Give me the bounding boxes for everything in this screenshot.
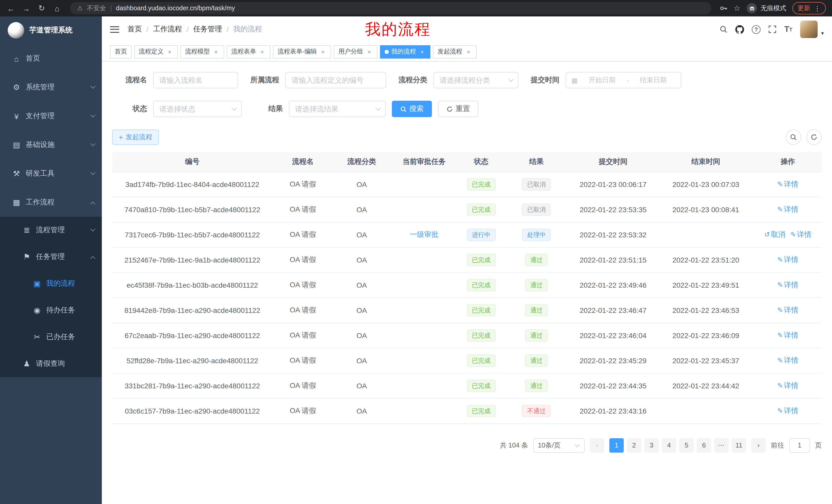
sidebar-item-process-management[interactable]: ≣流程管理 bbox=[0, 217, 102, 244]
create-process-button[interactable]: + 发起流程 bbox=[112, 130, 159, 145]
cell-id: 331bc281-7b9a-11ec-a290-acde48001122 bbox=[112, 373, 272, 398]
search-toggle-button[interactable] bbox=[786, 130, 801, 145]
pager-prev-button[interactable]: ‹ bbox=[590, 438, 604, 452]
cancel-link[interactable]: ↺取消 bbox=[764, 230, 785, 238]
process-name-input[interactable] bbox=[153, 72, 238, 88]
sidebar-item-dev-tools[interactable]: ⚒研发工具 bbox=[0, 159, 102, 188]
close-icon[interactable]: × bbox=[212, 49, 219, 55]
tab-home[interactable]: 首页 bbox=[110, 45, 132, 58]
tab-process-form[interactable]: 流程表单× bbox=[227, 45, 270, 58]
sidebar-item-infrastructure[interactable]: ▤基础设施 bbox=[0, 131, 102, 159]
kebab-menu-icon[interactable]: ⋮ bbox=[814, 4, 821, 12]
key-icon[interactable] bbox=[719, 4, 727, 12]
category-select-input[interactable] bbox=[434, 72, 518, 88]
detail-link[interactable]: ✎详情 bbox=[777, 205, 798, 213]
tab-start-process[interactable]: 发起流程× bbox=[433, 45, 477, 58]
status-select-input[interactable] bbox=[153, 101, 242, 117]
sidebar-item-leave-query[interactable]: ♟请假查询 bbox=[0, 351, 102, 377]
hamburger-icon[interactable] bbox=[110, 26, 119, 33]
reload-icon[interactable]: ↻ bbox=[37, 4, 46, 13]
sidebar-item-label: 基础设施 bbox=[26, 140, 54, 149]
font-size-icon[interactable]: TT bbox=[784, 25, 792, 34]
detail-link[interactable]: ✎详情 bbox=[790, 230, 811, 238]
close-icon[interactable]: × bbox=[259, 49, 266, 55]
sidebar-item-label: 研发工具 bbox=[26, 169, 54, 178]
parent-process-input[interactable] bbox=[285, 72, 386, 88]
tab-my-process[interactable]: 我的流程× bbox=[380, 45, 431, 58]
search-button[interactable]: 搜索 bbox=[392, 101, 432, 117]
detail-link[interactable]: ✎详情 bbox=[777, 179, 798, 188]
forward-icon[interactable]: → bbox=[22, 4, 31, 12]
refresh-button[interactable] bbox=[806, 130, 822, 145]
cell-end-time: 2022-01-22 23:49:51 bbox=[658, 272, 754, 298]
detail-link[interactable]: ✎详情 bbox=[777, 406, 798, 414]
status-select[interactable] bbox=[153, 101, 242, 117]
reset-button[interactable]: 重置 bbox=[438, 101, 478, 117]
pager-ellipsis[interactable]: ⋯ bbox=[714, 438, 729, 452]
detail-link[interactable]: ✎详情 bbox=[777, 255, 798, 263]
start-date-placeholder[interactable]: 开始日期 bbox=[580, 76, 625, 85]
category-select[interactable] bbox=[434, 72, 518, 88]
detail-link[interactable]: ✎详情 bbox=[777, 280, 798, 288]
breadcrumb-item[interactable]: 工作流程 bbox=[153, 25, 182, 34]
goto-page-input[interactable] bbox=[789, 438, 810, 452]
pager-page-11[interactable]: 11 bbox=[732, 438, 746, 452]
sidebar-item-todo-tasks[interactable]: ◉待办任务 bbox=[0, 297, 102, 324]
pager-page-1[interactable]: 1 bbox=[609, 438, 624, 452]
cell-result: 不通过 bbox=[504, 398, 569, 423]
detail-link[interactable]: ✎详情 bbox=[777, 331, 798, 339]
end-date-placeholder[interactable]: 结束日期 bbox=[631, 76, 676, 85]
tab-process-definition[interactable]: 流程定义× bbox=[134, 45, 178, 58]
address-bar[interactable]: ⚠ 不安全 | dashboard.yudao.iocoder.cn/bpm/t… bbox=[70, 2, 711, 15]
cell-result: 已取消 bbox=[504, 172, 569, 197]
help-icon[interactable]: ? bbox=[752, 25, 760, 34]
filter-row-2: 状态 结果 bbox=[112, 101, 822, 117]
tab-process-form-edit[interactable]: 流程表单-编辑× bbox=[273, 45, 331, 58]
close-icon[interactable]: × bbox=[319, 49, 327, 55]
pager-page-5[interactable]: 5 bbox=[679, 438, 694, 452]
back-icon[interactable]: ← bbox=[6, 4, 16, 12]
pager-page-4[interactable]: 4 bbox=[662, 438, 676, 452]
breadcrumb-item[interactable]: 首页 bbox=[128, 25, 142, 34]
current-task-link[interactable]: 一级审批 bbox=[410, 230, 439, 238]
pager-next-button[interactable]: › bbox=[751, 438, 766, 452]
close-icon[interactable]: × bbox=[465, 49, 472, 55]
table-row: 819442e8-7b9a-11ec-a290-acde48001122OA 请… bbox=[112, 298, 822, 323]
cell-result: 通过 bbox=[504, 298, 569, 323]
home-icon[interactable]: ⌂ bbox=[52, 4, 62, 12]
sidebar-item-my-process[interactable]: ▣我的流程 bbox=[0, 270, 102, 297]
close-icon[interactable]: × bbox=[419, 49, 426, 55]
sidebar-item-home[interactable]: ⌂首页 bbox=[0, 44, 102, 73]
submit-time-range-picker[interactable]: ▦ 开始日期 - 结束日期 bbox=[566, 72, 681, 88]
avatar-caret-icon[interactable]: ▾ bbox=[821, 30, 824, 36]
edit-icon: ✎ bbox=[777, 306, 783, 314]
detail-link[interactable]: ✎详情 bbox=[777, 381, 798, 389]
user-avatar[interactable] bbox=[800, 21, 817, 38]
sidebar-item-system-management[interactable]: ⚙系统管理 bbox=[0, 73, 102, 102]
app-logo[interactable]: 芋道管理系统 bbox=[0, 17, 102, 44]
pager-page-3[interactable]: 3 bbox=[644, 438, 659, 452]
column-header: 状态 bbox=[458, 152, 504, 172]
detail-link[interactable]: ✎详情 bbox=[777, 356, 798, 364]
close-icon[interactable]: × bbox=[366, 49, 373, 55]
close-icon[interactable]: × bbox=[166, 49, 173, 55]
pager-page-6[interactable]: 6 bbox=[697, 438, 711, 452]
tab-user-group[interactable]: 用户分组× bbox=[334, 45, 378, 58]
sidebar-item-workflow[interactable]: ▦工作流程 bbox=[0, 188, 102, 217]
fullscreen-icon[interactable] bbox=[768, 25, 777, 33]
sidebar-item-payment-management[interactable]: ¥支付管理 bbox=[0, 102, 102, 131]
breadcrumb-item[interactable]: 任务管理 bbox=[193, 25, 222, 34]
sidebar-item-task-management[interactable]: ⚑任务管理 bbox=[0, 244, 102, 270]
page-size-select[interactable] bbox=[533, 438, 585, 452]
detail-link[interactable]: ✎详情 bbox=[777, 305, 798, 314]
result-select-input[interactable] bbox=[289, 101, 386, 117]
browser-update-button[interactable]: 更新 ⋮ bbox=[792, 2, 826, 15]
sidebar-item-done-tasks[interactable]: ✂已办任务 bbox=[0, 324, 102, 351]
chevron-up-icon bbox=[90, 256, 95, 261]
tab-process-model[interactable]: 流程模型× bbox=[181, 45, 224, 58]
search-icon[interactable] bbox=[719, 25, 728, 33]
pager-page-2[interactable]: 2 bbox=[627, 438, 641, 452]
github-icon[interactable] bbox=[735, 25, 744, 34]
result-select[interactable] bbox=[289, 101, 386, 117]
bookmark-star-icon[interactable]: ☆ bbox=[733, 4, 740, 13]
